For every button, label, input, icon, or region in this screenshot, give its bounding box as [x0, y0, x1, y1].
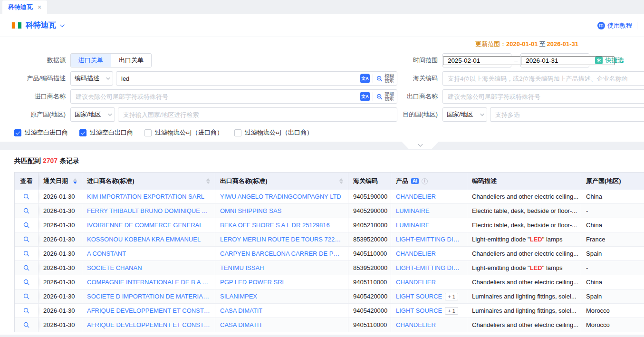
importer-link[interactable]: SOCIETE D IMPORTATION DE MATERIAUX E...: [87, 293, 210, 300]
checkbox-unchecked-icon[interactable]: [144, 129, 152, 136]
tab-close-icon[interactable]: ×: [38, 4, 41, 10]
destination-type-select[interactable]: 国家/地区: [442, 107, 487, 122]
importer-link[interactable]: AFRIQUE DEVELOPPEMENT ET CONSTRUCT...: [87, 321, 210, 328]
exporter-link[interactable]: SILANIMPEX: [220, 293, 257, 300]
importer-link[interactable]: FERRY THIBAULT BRUNO DOMINIQUE THO...: [87, 207, 210, 214]
product-link[interactable]: LIGHT SOURCE: [396, 307, 442, 314]
product-link[interactable]: CHANDELIER: [396, 250, 436, 257]
product-link[interactable]: LIGHT-EMITTING DIODE: [396, 264, 462, 271]
info-icon[interactable]: i: [422, 178, 428, 184]
translate-icon[interactable]: 文A: [360, 92, 370, 101]
view-record-button[interactable]: [23, 293, 30, 300]
cell-description: Chandeliers and other electric ceiling..…: [467, 318, 581, 332]
chevron-down-icon[interactable]: [60, 22, 65, 27]
fuzzy-search-label: 模糊搜索: [384, 74, 394, 83]
exporter-link[interactable]: TENIMU ISSAH: [220, 264, 264, 271]
tab-cote-divoire[interactable]: 科特迪瓦 ×: [2, 0, 47, 14]
view-record-button[interactable]: [23, 250, 30, 257]
table-row: 2026-01-30 A CONSTANT CARPYEN BARCELONA …: [15, 247, 644, 261]
view-record-button[interactable]: [23, 221, 30, 229]
exporter-link[interactable]: PGP LED POWER SRL: [220, 279, 286, 286]
view-record-button[interactable]: [23, 236, 30, 243]
exporter-link[interactable]: OMNI SHIPPING SAS: [220, 207, 281, 214]
product-link[interactable]: LUMINAIRE: [396, 207, 430, 214]
importer-name-label: 进口商名称: [0, 92, 70, 101]
view-record-button[interactable]: [23, 279, 30, 286]
hs-code-input[interactable]: [443, 72, 644, 85]
exporter-link[interactable]: BEKA OFF SHORE S A L DR 25129816: [220, 221, 330, 229]
view-record-button[interactable]: [23, 193, 30, 200]
view-record-button[interactable]: [23, 321, 30, 328]
product-link[interactable]: CHANDELIER: [396, 279, 436, 286]
exporter-link[interactable]: CARPYEN BARCELONA CARRER DE PERE IV: [220, 250, 343, 257]
cell-origin-country: -: [581, 261, 644, 275]
product-link[interactable]: LIGHT SOURCE: [396, 293, 442, 300]
importer-link[interactable]: KIM IMPORTATION EXPORTATION SARL: [87, 193, 204, 200]
view-record-button[interactable]: [23, 207, 30, 214]
importer-link[interactable]: IVOIRIENNE DE COMMERCE GENERAL: [87, 221, 202, 229]
col-header-importer[interactable]: 进口商名称(标准): [82, 173, 215, 190]
smart-search-label: 智能搜索: [384, 92, 394, 101]
view-record-button[interactable]: [23, 307, 30, 314]
checkbox-checked-icon[interactable]: [14, 129, 21, 136]
filter-checkbox[interactable]: 过滤物流公司（出口商）: [234, 128, 313, 137]
origin-country-input[interactable]: [118, 108, 391, 121]
filter-checkbox[interactable]: 过滤物流公司（进口商）: [144, 128, 223, 137]
cell-description: Electric table, desk, bedside or floor-.…: [467, 204, 581, 218]
importer-link[interactable]: AFRIQUE DEVELOPPEMENT ET CONSTRUCT...: [87, 307, 210, 314]
export-declarations-button[interactable]: 出口关单: [111, 54, 151, 67]
more-products-badge[interactable]: + 1: [445, 293, 458, 300]
tutorial-link[interactable]: 使用教程: [597, 21, 632, 30]
checkbox-label: 过滤物流公司（进口商）: [155, 128, 223, 137]
checkbox-unchecked-icon[interactable]: [234, 129, 241, 136]
importer-link[interactable]: COMPAGNIE INTERNATIONALE DE B A T E R: [87, 279, 210, 286]
browser-tab-bar: 科特迪瓦 ×: [0, 0, 644, 14]
checkbox-label: 过滤物流公司（出口商）: [245, 128, 313, 137]
destination-country-input[interactable]: [490, 108, 644, 121]
smart-search-button[interactable]: 智能搜索: [373, 92, 397, 101]
start-date-field[interactable]: [442, 53, 511, 67]
sort-icons[interactable]: [339, 178, 343, 184]
product-link[interactable]: CHANDELIER: [396, 193, 436, 200]
filter-checkbox-row: 过滤空白进口商过滤空白出口商过滤物流公司（进口商）过滤物流公司（出口商）: [14, 128, 644, 137]
sort-icons[interactable]: [73, 178, 77, 184]
importer-link[interactable]: SOCIETE CHANAN: [87, 264, 142, 271]
exporter-name-input[interactable]: [443, 90, 644, 103]
chevron-down-icon: [108, 112, 112, 116]
view-record-button[interactable]: [23, 264, 30, 271]
origin-type-select[interactable]: 国家/地区: [70, 107, 115, 122]
importer-link[interactable]: KOSSONOU KOBENA KRA EMMANUEL: [87, 236, 201, 243]
col-header-exporter[interactable]: 出口商名称(标准): [215, 173, 348, 190]
checkbox-checked-icon[interactable]: [79, 129, 87, 136]
product-link[interactable]: LUMINAIRE: [396, 221, 430, 229]
exporter-link[interactable]: LEROY MERLIN ROUTE DE TOURS 72230 M: [220, 236, 343, 243]
filter-checkbox[interactable]: 过滤空白出口商: [79, 128, 133, 137]
cell-origin-country: China: [581, 218, 644, 232]
importer-name-input[interactable]: [71, 90, 360, 103]
translate-icon[interactable]: 文A: [360, 74, 370, 83]
country-title[interactable]: 科特迪瓦: [26, 20, 56, 30]
product-search-input[interactable]: [116, 72, 360, 85]
end-date-field[interactable]: [520, 53, 589, 67]
cell-date: 2026-01-30: [38, 261, 82, 275]
exporter-link[interactable]: YIWU ANGELO TRADINGCOMPAGNY LTD: [220, 193, 341, 200]
col-header-date[interactable]: 通关日期: [38, 173, 82, 190]
product-link[interactable]: CHANDELIER: [396, 321, 436, 328]
importer-link[interactable]: A CONSTANT: [87, 250, 126, 257]
filter-checkbox[interactable]: 过滤空白进口商: [14, 128, 68, 137]
product-field-type-select[interactable]: 编码描述: [70, 71, 113, 86]
cell-description: Luminaires and lighting fittings, solel.…: [467, 304, 581, 318]
exporter-link[interactable]: CASA DIMATIT: [220, 321, 262, 328]
table-body: 2026-01-30 KIM IMPORTATION EXPORTATION S…: [15, 190, 644, 332]
more-products-badge[interactable]: + 1: [445, 307, 458, 315]
cell-date: 2026-01-30: [38, 275, 82, 289]
sort-icons[interactable]: [206, 178, 210, 184]
exporter-link[interactable]: CASA DIMATIT: [220, 307, 262, 314]
cell-date: 2026-01-30: [38, 204, 82, 218]
quick-select-button[interactable]: 快捷选: [595, 56, 624, 65]
fuzzy-search-button[interactable]: 模糊搜索: [373, 74, 397, 83]
results-summary: 共匹配到2707条记录: [14, 157, 644, 165]
product-link[interactable]: LIGHT-EMITTING DIODE: [396, 236, 462, 243]
import-declarations-button[interactable]: 进口关单: [71, 54, 111, 67]
cell-origin-country: France: [581, 232, 644, 246]
